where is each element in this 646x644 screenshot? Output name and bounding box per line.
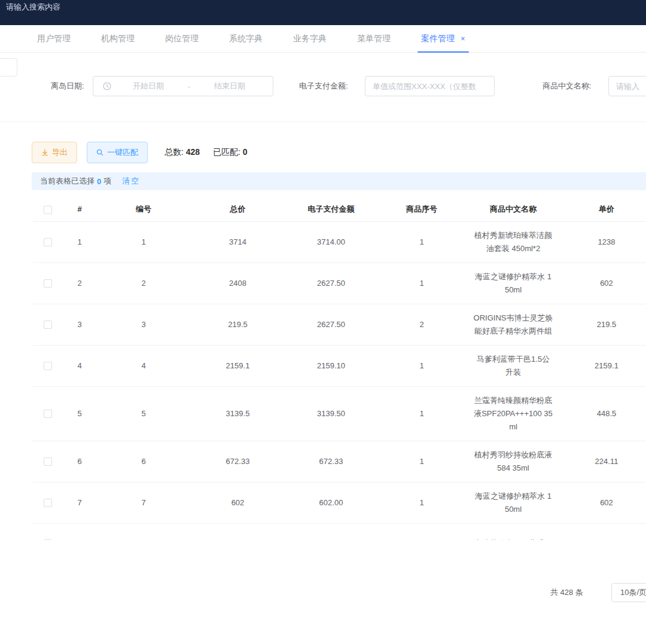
tab-org-management[interactable]: 机构管理	[100, 25, 136, 53]
cell-num: 6	[63, 441, 96, 482]
date-range-picker[interactable]: 开始日期 - 结束日期	[93, 76, 273, 96]
cell-price: 602	[560, 482, 646, 523]
export-button[interactable]: 导出	[32, 142, 77, 163]
cell-name: 马爹利蓝带干邑1.5公升装	[466, 345, 560, 386]
cell-code: 5	[96, 386, 191, 441]
cell-name: ORIGINS韦博士灵芝焕能好底子精华水两件组	[466, 304, 560, 345]
cell-num: 8	[63, 523, 96, 540]
cell-price: 1238	[560, 221, 646, 263]
cell-seq: 1	[377, 523, 466, 540]
total-label: 总数:	[164, 147, 184, 157]
row-checkbox[interactable]	[44, 539, 52, 540]
end-date-placeholder[interactable]: 结束日期	[193, 81, 267, 91]
cell-num: 2	[63, 263, 96, 304]
cell-total: 2159.1	[191, 345, 285, 386]
tab-user-management[interactable]: 用户管理	[36, 25, 72, 53]
date-filter-label: 离岛日期:	[51, 76, 84, 96]
search-icon	[96, 149, 103, 156]
cell-name: 植村秀新琥珀臻萃洁颜油套装 450ml*2	[466, 221, 560, 263]
cell-price: 602	[560, 263, 646, 304]
pagination-total: 共 428 条	[550, 583, 583, 602]
tab-close-icon[interactable]: ×	[461, 34, 465, 43]
row-checkbox[interactable]	[44, 410, 52, 418]
total-value: 428	[186, 147, 200, 157]
tab-post-management[interactable]: 岗位管理	[164, 25, 200, 53]
table-body: 1137143714.001植村秀新琥珀臻萃洁颜油套装 450ml*212382…	[33, 221, 646, 540]
start-date-placeholder[interactable]: 开始日期	[111, 81, 185, 91]
page-size-select[interactable]: 10条/页	[611, 583, 646, 602]
cell-name: 卡诗菁纯亮泽经典香氛	[466, 523, 560, 540]
tab-bar: 用户管理 机构管理 岗位管理 系统字典 业务字典 菜单管理 案件管理 ×	[0, 25, 646, 53]
cell-code: 7	[96, 482, 191, 523]
cell-price: 472.10	[560, 523, 646, 540]
row-checkbox[interactable]	[44, 279, 52, 288]
table-row: 2224082627.501海蓝之谜修护精萃水 150ml602	[33, 263, 646, 304]
cell-num: 4	[63, 345, 96, 386]
section-divider	[0, 121, 646, 122]
clear-selection-link[interactable]: 清空	[122, 176, 140, 187]
row-checkbox[interactable]	[44, 457, 52, 466]
top-navbar: 请输入搜索内容	[0, 0, 646, 25]
tab-case-management[interactable]: 案件管理 ×	[420, 25, 467, 53]
collapsed-panel-box	[0, 58, 17, 77]
cell-epay: 3714.00	[285, 221, 377, 263]
date-range-separator: -	[185, 82, 193, 91]
cell-seq: 1	[377, 263, 466, 304]
cell-total: 602	[191, 482, 285, 523]
cell-total: 3714	[191, 221, 285, 263]
col-header-epay: 电子支付金额	[285, 197, 377, 221]
matched-label: 已匹配:	[213, 147, 240, 157]
one-click-match-button[interactable]: 一键匹配	[87, 142, 148, 163]
cell-name: 海蓝之谜修护精萃水 150ml	[466, 263, 560, 304]
cell-epay: 672.33	[285, 441, 377, 482]
cell-epay: 1888.40	[285, 523, 377, 540]
cell-seq: 1	[377, 345, 466, 386]
product-name-input[interactable]	[608, 76, 646, 96]
table-row: 1137143714.001植村秀新琥珀臻萃洁颜油套装 450ml*21238	[33, 221, 646, 263]
cell-num: 3	[63, 304, 96, 345]
table-row: 881888.401888.401卡诗菁纯亮泽经典香氛472.10	[33, 523, 646, 540]
tab-business-dict[interactable]: 业务字典	[292, 25, 328, 53]
col-header-code: 编号	[96, 197, 191, 221]
epay-amount-input[interactable]	[365, 76, 495, 96]
data-table: # 编号 总价 电子支付金额 商品序号 商品中文名称 单价 1137143714…	[33, 197, 646, 540]
tab-menu-management[interactable]: 菜单管理	[356, 25, 392, 53]
filter-bar: 离岛日期: 开始日期 - 结束日期 电子支付金额: 商品中文名称:	[0, 76, 646, 96]
cell-total: 2408	[191, 263, 285, 304]
table-row: 442159.12159.101马爹利蓝带干邑1.5公升装2159.1	[33, 345, 646, 386]
cell-seq: 2	[377, 304, 466, 345]
col-header-seq: 商品序号	[377, 197, 466, 221]
row-checkbox[interactable]	[44, 499, 52, 507]
tab-system-dict[interactable]: 系统字典	[228, 25, 264, 53]
download-icon	[41, 149, 48, 156]
row-checkbox[interactable]	[44, 238, 52, 246]
cell-total: 1888.40	[191, 523, 285, 540]
select-all-checkbox[interactable]	[44, 206, 52, 214]
cell-code: 1	[96, 221, 191, 263]
selection-count: 0	[95, 177, 103, 186]
col-header-total: 总价	[191, 197, 285, 221]
cell-num: 7	[63, 482, 96, 523]
row-checkbox[interactable]	[44, 321, 52, 329]
epay-amount-label: 电子支付金额:	[299, 76, 348, 96]
cell-total: 672.33	[191, 441, 285, 482]
cell-price: 2159.1	[560, 345, 646, 386]
matched-value: 0	[243, 147, 248, 157]
cell-total: 3139.5	[191, 386, 285, 441]
cell-name: 海蓝之谜修护精萃水 150ml	[466, 482, 560, 523]
global-search-input[interactable]: 请输入搜索内容	[6, 2, 60, 13]
export-button-label: 导出	[52, 147, 68, 158]
cell-epay: 2627.50	[285, 304, 377, 345]
cell-name: 兰蔻菁纯臻颜精华粉底液SPF20PA+++100 35ml	[466, 386, 560, 441]
cell-num: 5	[63, 386, 96, 441]
cell-code: 6	[96, 441, 191, 482]
table-row: 553139.53139.501兰蔻菁纯臻颜精华粉底液SPF20PA+++100…	[33, 386, 646, 441]
cell-name: 植村秀羽纱持妆粉底液584 35ml	[466, 441, 560, 482]
totals-text: 总数: 428 已匹配: 0	[164, 147, 248, 158]
cell-seq: 1	[377, 482, 466, 523]
cell-code: 2	[96, 263, 191, 304]
row-checkbox[interactable]	[44, 362, 52, 370]
col-header-name: 商品中文名称	[466, 197, 560, 221]
cell-code: 3	[96, 304, 191, 345]
cell-num: 1	[63, 221, 96, 263]
